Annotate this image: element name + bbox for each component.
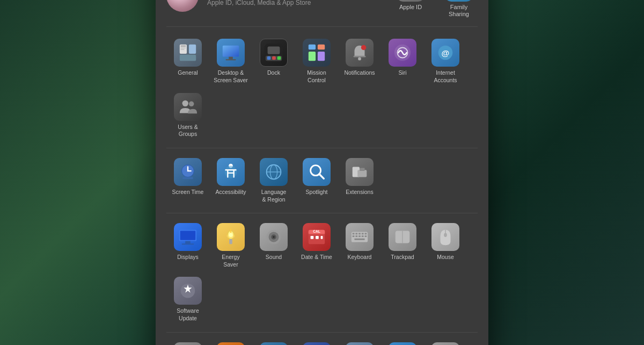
svg-rect-16 <box>267 56 271 60</box>
internet-item[interactable]: @ InternetAccounts <box>424 34 467 88</box>
svg-text:CAL: CAL <box>313 230 320 234</box>
printers-icon <box>346 342 374 345</box>
language-icon <box>260 158 288 186</box>
timemachine-item[interactable]: TimeMachine <box>381 338 424 345</box>
users-icon <box>174 93 202 121</box>
energy-label: EnergySaver <box>222 254 239 268</box>
svg-rect-70 <box>365 233 367 235</box>
printers-item[interactable]: Printers &Scanners <box>338 338 381 345</box>
svg-rect-11 <box>223 46 239 57</box>
sound-item[interactable]: Sound <box>252 219 295 272</box>
svg-rect-53 <box>229 239 232 245</box>
svg-point-26 <box>361 45 367 51</box>
svg-point-52 <box>229 233 233 238</box>
svg-rect-62 <box>316 236 319 239</box>
dock-label: Dock <box>267 69 280 77</box>
profile-icons: Apple ID FamilySharing <box>392 0 478 18</box>
general-label: General <box>178 69 197 77</box>
apple-id-item[interactable]: Apple ID <box>392 0 429 18</box>
svg-rect-66 <box>353 233 355 235</box>
software-item[interactable]: SoftwareUpdate <box>166 272 209 326</box>
system-preferences-window: ‹ › System Preferences 🔍 Fatima Wahab <box>156 0 488 345</box>
family-sharing-icon <box>445 0 473 2</box>
trackpad-icon <box>389 223 416 251</box>
extensions-item[interactable]: Extensions <box>338 154 381 207</box>
svg-line-42 <box>319 174 324 179</box>
datetime-item[interactable]: CAL Date & Time <box>295 219 338 272</box>
svg-rect-20 <box>309 45 316 50</box>
keyboard-icon <box>346 223 374 251</box>
svg-rect-8 <box>189 45 196 54</box>
screentime-icon <box>174 158 202 186</box>
security-item[interactable]: Security& Privacy <box>166 338 209 345</box>
apple-id-label: Apple ID <box>399 4 422 11</box>
preferences-content: Fatima Wahab Apple ID, iCloud, Media & A… <box>156 0 488 345</box>
internet-label: InternetAccounts <box>434 69 457 84</box>
mouse-label: Mouse <box>437 254 454 261</box>
datetime-label: Date & Time <box>301 254 332 261</box>
svg-point-31 <box>182 100 188 106</box>
siri-item[interactable]: Siri <box>381 34 424 88</box>
svg-rect-19 <box>268 47 280 54</box>
svg-rect-44 <box>357 170 367 177</box>
desktop-item[interactable]: Desktop &Screen Saver <box>209 34 252 88</box>
notifications-item[interactable]: Notifications <box>338 34 381 88</box>
accessibility-icon <box>217 158 245 186</box>
svg-rect-47 <box>180 231 196 240</box>
bluetooth-icon <box>303 342 331 345</box>
displays-icon <box>174 223 202 251</box>
siri-icon <box>389 39 416 67</box>
general-item[interactable]: General <box>166 34 209 88</box>
svg-rect-73 <box>358 235 361 237</box>
hardware-section: Displays EnergySaver <box>166 213 478 333</box>
svg-rect-49 <box>182 244 194 245</box>
desktop-icon <box>217 39 245 67</box>
avatar[interactable] <box>166 0 199 12</box>
svg-rect-45 <box>360 168 365 171</box>
mission-icon <box>303 39 331 67</box>
notifications-label: Notifications <box>344 69 375 77</box>
trackpad-label: Trackpad <box>391 254 414 261</box>
trackpad-item[interactable]: Trackpad <box>381 219 424 272</box>
svg-rect-76 <box>355 239 365 240</box>
accessibility-item[interactable]: Accessibility <box>209 154 252 207</box>
mission-item[interactable]: MissionControl <box>295 34 338 88</box>
family-sharing-item[interactable]: FamilySharing <box>440 0 478 18</box>
personal-section: General <box>166 29 478 148</box>
sharing-item[interactable]: Sharing <box>209 338 252 345</box>
svg-rect-22 <box>309 52 316 61</box>
mouse-item[interactable]: Mouse <box>424 219 467 272</box>
startup-item[interactable]: StartupDisk <box>424 338 467 345</box>
svg-rect-69 <box>362 233 364 235</box>
svg-rect-48 <box>185 241 191 244</box>
bluetooth-item[interactable]: Bluetooth <box>295 338 338 345</box>
svg-rect-75 <box>365 235 367 237</box>
sharing-icon <box>217 342 245 345</box>
profile-section: Fatima Wahab Apple ID, iCloud, Media & A… <box>166 0 478 27</box>
svg-rect-6 <box>181 48 186 48</box>
svg-text:@: @ <box>442 48 450 58</box>
profile-info: Fatima Wahab Apple ID, iCloud, Media & A… <box>207 0 383 6</box>
profile-subtitle: Apple ID, iCloud, Media & App Store <box>207 0 383 6</box>
extensions-icon <box>346 158 374 186</box>
language-item[interactable]: Language& Region <box>252 154 295 207</box>
keyboard-label: Keyboard <box>348 254 372 261</box>
svg-point-36 <box>225 166 237 178</box>
users-item[interactable]: Users &Groups <box>166 89 209 142</box>
svg-point-40 <box>267 165 281 179</box>
dock-item[interactable]: Dock <box>252 34 295 88</box>
svg-point-57 <box>273 236 275 238</box>
svg-point-32 <box>189 101 194 106</box>
spotlight-label: Spotlight <box>306 189 328 196</box>
energy-item[interactable]: EnergySaver <box>209 219 252 272</box>
svg-rect-21 <box>318 45 325 50</box>
accessibility-section: Screen Time Accessibility <box>166 148 478 213</box>
svg-rect-12 <box>229 57 233 60</box>
screentime-item[interactable]: Screen Time <box>166 154 209 207</box>
displays-item[interactable]: Displays <box>166 219 209 272</box>
spotlight-item[interactable]: Spotlight <box>295 154 338 207</box>
mission-label: MissionControl <box>307 69 326 84</box>
network-item[interactable]: Network <box>252 338 295 345</box>
keyboard-item[interactable]: Keyboard <box>338 219 381 272</box>
svg-rect-23 <box>318 52 325 61</box>
